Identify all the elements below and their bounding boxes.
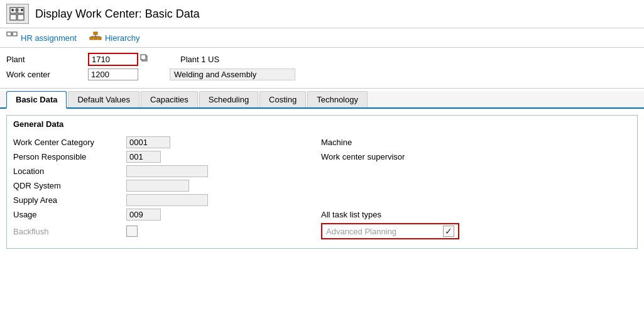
svg-point-5 bbox=[11, 9, 14, 11]
advanced-planning-checkbox[interactable]: ✓ bbox=[443, 226, 454, 237]
svg-rect-1 bbox=[10, 14, 16, 20]
hr-assignment-button[interactable]: HR assignment bbox=[6, 31, 77, 44]
svg-rect-3 bbox=[18, 14, 24, 20]
section-title: General Data bbox=[13, 119, 631, 131]
tabs-bar: Basic Data Default Values Capacities Sch… bbox=[0, 91, 644, 109]
field-area: Plant Plant 1 US Work center Welding and… bbox=[0, 48, 644, 89]
work-center-input[interactable] bbox=[88, 68, 138, 80]
qdr-system-label: QDR System bbox=[13, 181, 126, 190]
hierarchy-icon bbox=[89, 31, 102, 44]
supply-area-input[interactable] bbox=[126, 194, 208, 206]
work-center-label: Work center bbox=[6, 70, 82, 79]
backflush-row: Backflush Advanced Planning ✓ bbox=[13, 223, 631, 239]
usage-label: Usage bbox=[13, 210, 126, 219]
person-responsible-row: Person Responsible Work center superviso… bbox=[13, 151, 631, 163]
person-responsible-input[interactable] bbox=[126, 151, 161, 163]
content-panel: General Data Work Center Category Machin… bbox=[0, 109, 644, 255]
person-responsible-value: Work center supervisor bbox=[321, 152, 405, 161]
svg-rect-12 bbox=[94, 37, 97, 40]
svg-rect-10 bbox=[94, 32, 97, 35]
supply-area-row: Supply Area bbox=[13, 194, 631, 206]
usage-row: Usage All task list types bbox=[13, 209, 631, 221]
svg-rect-7 bbox=[7, 32, 11, 36]
work-center-description: Welding and Assembly bbox=[170, 68, 295, 80]
toolbar: HR assignment Hierarchy bbox=[0, 28, 644, 48]
page-title: Display Work Center: Basic Data bbox=[35, 8, 200, 21]
supply-area-label: Supply Area bbox=[13, 195, 126, 205]
svg-rect-13 bbox=[98, 37, 101, 40]
tab-costing[interactable]: Costing bbox=[259, 91, 306, 107]
hr-assignment-label: HR assignment bbox=[21, 33, 77, 43]
work-center-category-row: Work Center Category Machine bbox=[13, 136, 631, 148]
plant-row: Plant Plant 1 US bbox=[6, 53, 638, 66]
tab-default-values[interactable]: Default Values bbox=[68, 91, 139, 107]
plant-description: Plant 1 US bbox=[180, 55, 219, 64]
general-data-section: General Data Work Center Category Machin… bbox=[6, 115, 638, 249]
copy-icon[interactable] bbox=[140, 54, 149, 65]
location-label: Location bbox=[13, 166, 126, 176]
tab-technology[interactable]: Technology bbox=[307, 91, 368, 107]
work-center-category-value: Machine bbox=[321, 138, 352, 147]
work-center-category-input[interactable] bbox=[126, 136, 170, 148]
plant-label: Plant bbox=[6, 55, 82, 64]
svg-rect-20 bbox=[141, 55, 146, 60]
backflush-label: Backflush bbox=[13, 227, 126, 236]
work-center-category-label: Work Center Category bbox=[13, 138, 126, 147]
svg-rect-11 bbox=[90, 37, 93, 40]
svg-point-6 bbox=[21, 9, 23, 11]
tab-capacities[interactable]: Capacities bbox=[141, 91, 198, 107]
hr-assignment-icon bbox=[6, 31, 18, 44]
svg-rect-8 bbox=[13, 32, 17, 36]
qdr-system-input[interactable] bbox=[126, 180, 189, 192]
backflush-checkbox[interactable] bbox=[126, 226, 138, 237]
person-responsible-label: Person Responsible bbox=[13, 152, 126, 161]
location-row: Location bbox=[13, 165, 631, 177]
hierarchy-label: Hierarchy bbox=[105, 33, 140, 43]
tab-scheduling[interactable]: Scheduling bbox=[199, 91, 258, 107]
usage-input[interactable] bbox=[126, 209, 161, 221]
plant-input[interactable] bbox=[88, 53, 138, 66]
advanced-planning-label: Advanced Planning bbox=[326, 227, 438, 236]
hierarchy-button[interactable]: Hierarchy bbox=[89, 31, 140, 44]
app-icon bbox=[6, 4, 29, 24]
work-center-row: Work center Welding and Assembly bbox=[6, 68, 638, 80]
location-input[interactable] bbox=[126, 165, 208, 177]
usage-value: All task list types bbox=[321, 210, 381, 219]
title-bar: Display Work Center: Basic Data bbox=[0, 0, 644, 28]
advanced-planning-box: Advanced Planning ✓ bbox=[321, 223, 459, 239]
tab-basic-data[interactable]: Basic Data bbox=[6, 91, 67, 109]
qdr-system-row: QDR System bbox=[13, 180, 631, 192]
